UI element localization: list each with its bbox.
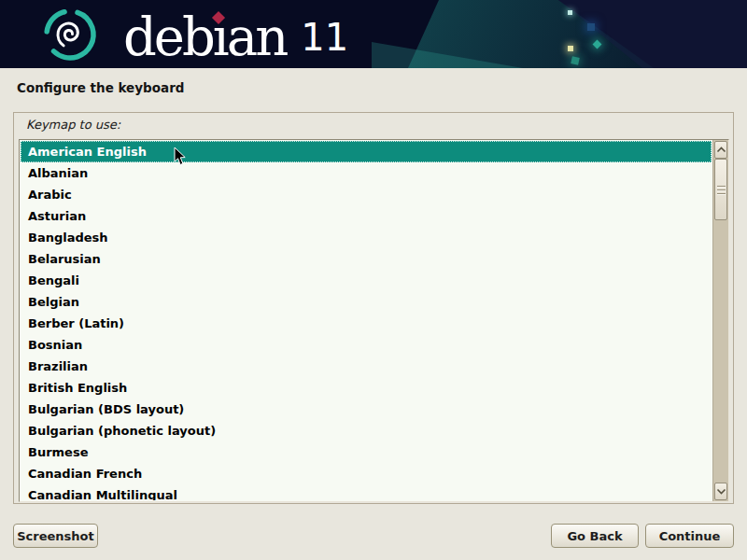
debian-i-diamond: ı — [213, 7, 227, 67]
list-item[interactable]: Arabic — [21, 184, 712, 205]
list-item[interactable]: Albanian — [21, 162, 712, 184]
screenshot-button[interactable]: Screenshot — [13, 524, 98, 548]
list-item[interactable]: Canadian Multilingual — [21, 484, 712, 500]
debian-banner: debıan 11 — [0, 0, 747, 68]
list-item[interactable]: Belgian — [21, 291, 712, 313]
scroll-down-button[interactable] — [714, 483, 727, 500]
banner-square-yellow — [568, 46, 573, 51]
debian-swirl-icon — [41, 6, 99, 63]
keymap-frame: Keymap to use: American EnglishAlbanianA… — [13, 112, 734, 504]
keymap-rows: American EnglishAlbanianArabicAsturianBa… — [21, 141, 712, 500]
list-item[interactable]: Bosnian — [21, 334, 712, 356]
list-item[interactable]: Bulgarian (BDS layout) — [21, 399, 712, 420]
mouse-cursor-icon — [174, 147, 187, 166]
thumb-grip-line — [717, 189, 726, 190]
scrollbar[interactable] — [712, 140, 728, 501]
scroll-up-button[interactable] — [714, 141, 727, 159]
page-title: Configure the keyboard — [17, 80, 184, 95]
list-item[interactable]: British English — [21, 377, 712, 399]
banner-square-white — [568, 10, 572, 15]
debian-wordmark: debıan 11 — [123, 2, 348, 65]
keymap-list[interactable]: American EnglishAlbanianArabicAsturianBa… — [19, 139, 729, 502]
go-back-button[interactable]: Go Back — [551, 524, 639, 548]
list-item[interactable]: Canadian French — [21, 463, 712, 484]
banner-square-blue — [587, 23, 595, 31]
banner-square-teal — [571, 56, 579, 64]
thumb-grip-line — [717, 186, 726, 187]
list-item[interactable]: Berber (Latin) — [21, 313, 712, 334]
debian-version: 11 — [301, 19, 348, 56]
scrollbar-thumb[interactable] — [714, 159, 727, 220]
list-item[interactable]: Asturian — [21, 205, 712, 227]
list-item[interactable]: Belarusian — [21, 248, 712, 270]
list-item[interactable]: Bangladesh — [21, 227, 712, 248]
continue-button[interactable]: Continue — [645, 524, 734, 548]
list-item[interactable]: Bengali — [21, 270, 712, 291]
keymap-label: Keymap to use: — [26, 118, 120, 132]
thumb-grip-line — [717, 193, 726, 194]
list-item[interactable]: Bulgarian (phonetic layout) — [21, 420, 712, 441]
scroll-down-icon — [716, 488, 726, 495]
list-item[interactable]: Burmese — [21, 441, 712, 463]
scroll-up-icon — [716, 147, 726, 153]
debian-wordmark-text: debıan — [123, 2, 286, 63]
list-item[interactable]: American English — [21, 141, 712, 162]
list-item[interactable]: Brazilian — [21, 356, 712, 377]
